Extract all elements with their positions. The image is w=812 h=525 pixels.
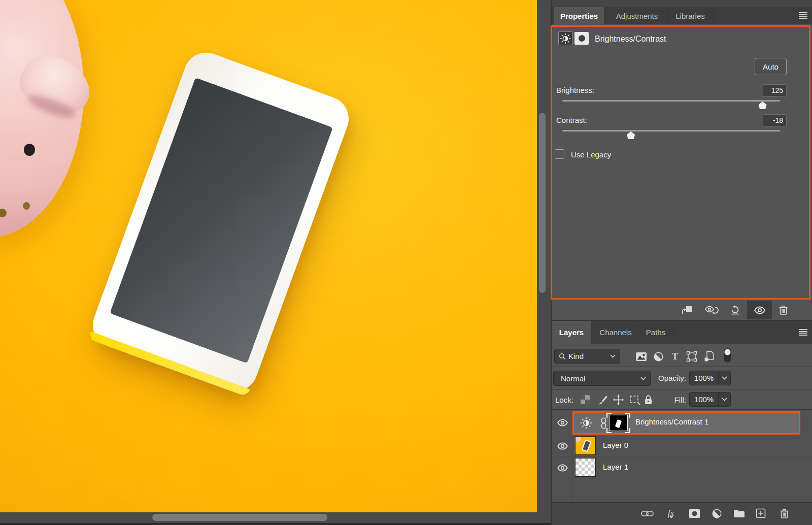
adjustment-layer-filter-icon[interactable] bbox=[651, 349, 665, 364]
fill-field[interactable]: 100% bbox=[689, 392, 731, 407]
blend-mode-dropdown[interactable]: Normal bbox=[553, 371, 651, 386]
smartphone-photo bbox=[87, 46, 355, 397]
row-divider bbox=[552, 389, 812, 389]
tab-separator bbox=[667, 10, 668, 21]
fill-label: Fill: bbox=[650, 396, 686, 404]
lock-pixels-icon[interactable] bbox=[596, 393, 610, 406]
tab-adjustments-label: Adjustments bbox=[616, 12, 658, 20]
brightness-label: Brightness: bbox=[556, 86, 594, 94]
tab-channels[interactable]: Channels bbox=[595, 321, 636, 344]
lock-position-icon[interactable] bbox=[612, 393, 625, 406]
tab-channels-label: Channels bbox=[599, 328, 631, 337]
layers-list: Brightness/Contrast 1 Layer 0 bbox=[552, 410, 812, 502]
new-layer-icon[interactable] bbox=[750, 503, 771, 523]
opacity-field[interactable]: 100% bbox=[689, 371, 731, 385]
layer-name[interactable]: Brightness/Contrast 1 bbox=[635, 417, 708, 426]
layer-visibility-eye-icon[interactable] bbox=[555, 462, 569, 474]
layer-name[interactable]: Layer 1 bbox=[603, 463, 628, 471]
smart-object-filter-icon[interactable] bbox=[702, 349, 716, 364]
canvas-horizontal-scroll-gutter bbox=[0, 512, 537, 523]
header-separator bbox=[552, 50, 811, 50]
opacity-value: 100% bbox=[690, 374, 718, 382]
brightness-slider-track[interactable] bbox=[562, 100, 780, 102]
chevron-down-icon bbox=[722, 398, 727, 401]
layers-panel-menu-icon[interactable] bbox=[799, 329, 807, 336]
layer-row-layer0[interactable]: Layer 0 bbox=[552, 435, 812, 456]
contrast-slider-track[interactable] bbox=[562, 130, 780, 132]
contrast-value-field[interactable]: -18 bbox=[763, 114, 787, 126]
auto-button[interactable]: Auto bbox=[755, 58, 787, 75]
tab-layers-label: Layers bbox=[559, 328, 584, 337]
layer-mask-thumbnail[interactable] bbox=[606, 413, 630, 433]
canvas-document[interactable] bbox=[0, 0, 537, 512]
brightness-value-field[interactable]: 125 bbox=[763, 84, 787, 96]
brightness-slider-thumb[interactable] bbox=[759, 102, 767, 109]
add-mask-icon[interactable] bbox=[684, 503, 705, 523]
type-layer-filter-icon[interactable]: T bbox=[668, 349, 682, 364]
layer-visibility-eye-icon[interactable] bbox=[555, 440, 569, 452]
properties-tab-bar: Properties Adjustments Libraries bbox=[552, 7, 812, 24]
smartphone-screen bbox=[110, 78, 333, 364]
toggle-previous-state-icon[interactable] bbox=[701, 301, 722, 319]
fill-value: 100% bbox=[690, 395, 718, 404]
opacity-stepper[interactable] bbox=[718, 371, 730, 385]
row-divider bbox=[552, 367, 812, 367]
tab-properties[interactable]: Properties bbox=[554, 7, 604, 24]
chevron-down-icon bbox=[640, 377, 646, 380]
filter-toggle-icon[interactable] bbox=[720, 348, 734, 363]
layer-row-layer1[interactable]: Layer 1 bbox=[552, 456, 812, 478]
layers-footer-bar: fx bbox=[552, 503, 812, 525]
layer-name[interactable]: Layer 0 bbox=[603, 441, 628, 449]
chevron-down-icon bbox=[722, 376, 727, 380]
opacity-label: Opacity: bbox=[650, 374, 686, 382]
canvas-vertical-scroll-gutter bbox=[537, 0, 551, 523]
fill-stepper[interactable] bbox=[718, 392, 730, 406]
contrast-slider-thumb[interactable] bbox=[627, 132, 635, 139]
tab-separator bbox=[638, 326, 638, 339]
brightness-contrast-icon bbox=[558, 31, 572, 45]
clip-to-layer-icon[interactable] bbox=[676, 301, 697, 319]
delete-layer-icon[interactable] bbox=[773, 503, 795, 523]
pixel-layer-filter-icon[interactable] bbox=[634, 349, 648, 364]
new-adjustment-layer-icon[interactable] bbox=[706, 503, 727, 523]
adjustment-layer-icon bbox=[580, 416, 593, 430]
visibility-icon[interactable] bbox=[750, 301, 770, 319]
use-legacy-label: Use Legacy bbox=[571, 150, 611, 159]
horizontal-scrollbar[interactable] bbox=[152, 514, 327, 521]
chevron-down-icon bbox=[610, 354, 616, 358]
search-icon bbox=[559, 353, 566, 360]
contrast-label: Contrast: bbox=[556, 116, 587, 124]
tab-adjustments[interactable]: Adjustments bbox=[608, 7, 665, 24]
new-group-icon[interactable] bbox=[728, 503, 750, 523]
kind-filter-label: Kind bbox=[568, 352, 584, 360]
use-legacy-checkbox[interactable] bbox=[555, 149, 564, 159]
layers-tab-bar: Layers Channels Paths bbox=[552, 321, 812, 344]
properties-panel-menu-icon[interactable] bbox=[799, 12, 807, 19]
tab-paths[interactable]: Paths bbox=[640, 321, 671, 344]
tab-separator bbox=[713, 10, 714, 21]
mask-thumbnail-icon[interactable] bbox=[574, 32, 589, 45]
kind-filter-dropdown[interactable]: Kind bbox=[554, 349, 620, 364]
blend-mode-value: Normal bbox=[561, 374, 585, 383]
tab-layers[interactable]: Layers bbox=[552, 321, 591, 344]
tab-paths-label: Paths bbox=[646, 328, 665, 337]
reset-icon[interactable] bbox=[725, 301, 745, 319]
link-layers-icon[interactable] bbox=[636, 503, 658, 523]
layer-styles-icon[interactable]: fx bbox=[660, 503, 682, 523]
shape-layer-filter-icon[interactable] bbox=[685, 349, 699, 364]
adjustment-title: Brightness/Contrast bbox=[595, 35, 666, 44]
layer-visibility-eye-icon[interactable] bbox=[555, 416, 569, 429]
vertical-scrollbar[interactable] bbox=[539, 113, 546, 293]
piggy-bank-eye bbox=[24, 144, 35, 156]
layer-thumbnail[interactable] bbox=[575, 436, 596, 455]
window-bottom-edge bbox=[0, 523, 552, 525]
lock-artboard-icon[interactable] bbox=[628, 393, 641, 406]
lock-transparency-icon[interactable] bbox=[579, 393, 592, 406]
layer-row-brightness-contrast[interactable]: Brightness/Contrast 1 bbox=[552, 411, 812, 433]
panel-top-strip bbox=[552, 0, 812, 7]
tab-libraries[interactable]: Libraries bbox=[669, 7, 711, 24]
tab-libraries-label: Libraries bbox=[675, 12, 705, 20]
lock-label: Lock: bbox=[555, 396, 573, 404]
layer-thumbnail[interactable] bbox=[575, 458, 596, 477]
delete-icon[interactable] bbox=[773, 301, 793, 319]
